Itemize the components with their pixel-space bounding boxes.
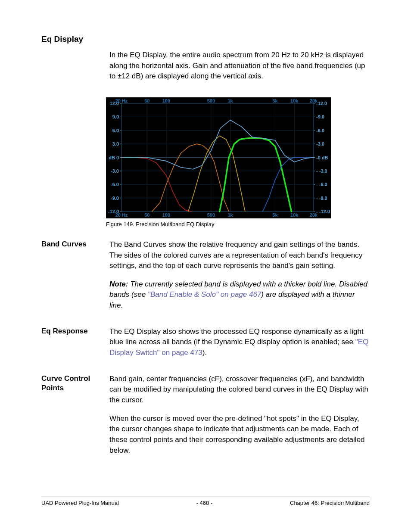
section-title: Eq Display — [41, 34, 370, 44]
svg-text:500: 500 — [207, 212, 215, 218]
eq-response-before: The EQ Display also shows the processed … — [109, 327, 364, 346]
svg-text:-9.0: -9.0 — [316, 114, 324, 119]
svg-text:500: 500 — [207, 98, 215, 103]
footer-left: UAD Powered Plug-Ins Manual — [41, 500, 119, 506]
band-curves-note: Note: The currently selected band is dis… — [109, 279, 370, 311]
curve-control-p1: Band gain, center frequencies (cF), cros… — [109, 374, 370, 406]
eq-chart: 12.0-12.09.0-9.06.0-6.03.0-3.0dB 0-0 dB-… — [106, 97, 331, 218]
svg-text:-0 dB: -0 dB — [316, 155, 328, 160]
svg-text:- -3.0: - -3.0 — [316, 168, 327, 174]
eq-response-text: The EQ Display also shows the processed … — [109, 327, 370, 358]
svg-text:100: 100 — [162, 98, 170, 103]
sidehead-band-curves: Band Curves — [41, 240, 109, 249]
curve-control-p2: When the cursor is moved over the pre-de… — [109, 414, 370, 456]
svg-text:20 Hz: 20 Hz — [115, 98, 128, 103]
svg-text:5k: 5k — [272, 212, 278, 218]
svg-text:50: 50 — [144, 212, 149, 218]
svg-text:1k: 1k — [227, 98, 233, 103]
figure-caption: Figure 149. Precision Multiband EQ Displ… — [106, 221, 370, 227]
svg-text:20 Hz: 20 Hz — [115, 212, 128, 218]
svg-text:10k: 10k — [290, 98, 299, 103]
footer-right: Chapter 46: Precision Multiband — [290, 500, 370, 506]
band-curves-text: The Band Curves show the relative freque… — [109, 240, 370, 271]
sidehead-eq-response: Eq Response — [41, 327, 109, 336]
svg-text:1k: 1k — [227, 212, 233, 218]
eq-response-after: ). — [202, 348, 207, 357]
svg-text:-12.0: -12.0 — [316, 101, 327, 106]
page-footer: UAD Powered Plug-Ins Manual - 468 - Chap… — [41, 497, 370, 506]
svg-text:- -12.0: - -12.0 — [316, 209, 330, 214]
svg-text:- -6.0: - -6.0 — [316, 182, 327, 187]
svg-text:20k: 20k — [310, 98, 318, 103]
footer-center: - 468 - — [196, 500, 213, 506]
svg-text:5k: 5k — [272, 98, 278, 103]
note-label: Note: — [109, 280, 130, 288]
svg-text:6.0: 6.0 — [112, 128, 119, 133]
svg-text:3.0: 3.0 — [112, 141, 119, 146]
svg-text:-3.0: -3.0 — [111, 168, 119, 174]
intro-paragraph: In the EQ Display, the entire audio spec… — [109, 50, 370, 82]
eq-display-figure: 12.0-12.09.0-9.06.0-6.03.0-3.0dB 0-0 dB-… — [106, 97, 370, 218]
svg-text:20k: 20k — [310, 212, 318, 218]
svg-text:-6.0: -6.0 — [111, 182, 119, 187]
svg-text:dB 0: dB 0 — [109, 155, 119, 160]
svg-text:9.0: 9.0 — [112, 114, 119, 119]
svg-text:10k: 10k — [290, 212, 299, 218]
sidehead-curve-control: Curve Control Points — [41, 374, 109, 393]
svg-text:- -9.0: - -9.0 — [316, 196, 327, 201]
svg-text:-6.0: -6.0 — [316, 128, 324, 133]
svg-text:100: 100 — [162, 212, 170, 218]
link-band-enable-solo[interactable]: "Band Enable & Solo" on page 467 — [148, 290, 262, 299]
svg-text:-9.0: -9.0 — [111, 196, 119, 201]
svg-text:50: 50 — [144, 98, 149, 103]
svg-text:-3.0: -3.0 — [316, 141, 324, 146]
